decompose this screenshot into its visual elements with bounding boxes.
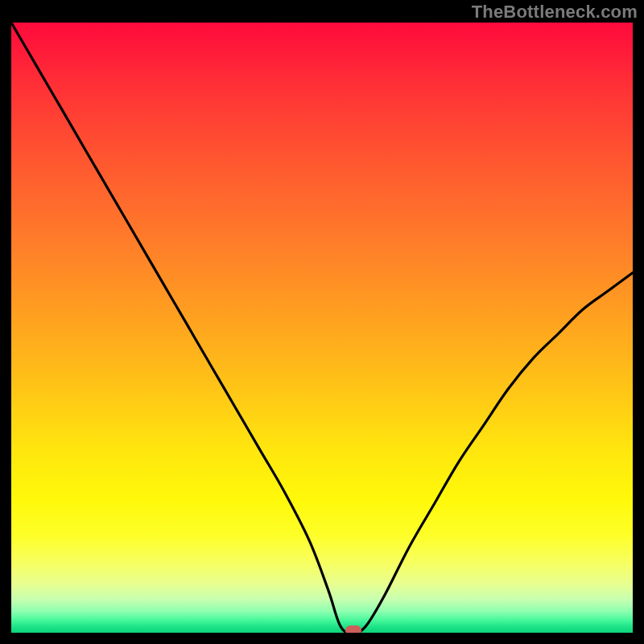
watermark-text: TheBottleneck.com [472, 2, 638, 23]
plot-area [11, 23, 633, 633]
curve-line [11, 23, 633, 633]
optimal-point-marker [345, 625, 361, 633]
bottleneck-curve [11, 23, 633, 633]
chart-frame: TheBottleneck.com [0, 0, 644, 644]
